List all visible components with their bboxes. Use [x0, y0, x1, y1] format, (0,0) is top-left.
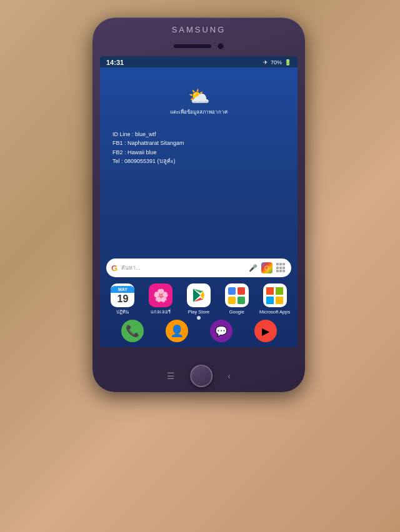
app-item-gallery[interactable]: 🌸 แกลเลอรี่: [144, 283, 177, 315]
app-row: MAY 19 ปฏิทิน 🌸 แกลเลอรี่: [100, 283, 298, 315]
search-placeholder: ค้นหา...: [121, 264, 245, 272]
back-button[interactable]: ‹: [228, 371, 231, 381]
phone-body: SAMSUNG 14:31 ✈ 70% 🔋 ⛅ แตะเ: [92, 17, 305, 392]
scene: SAMSUNG 14:31 ✈ 70% 🔋 ⛅ แตะเ: [0, 0, 400, 532]
app-item-calendar[interactable]: MAY 19 ปฏิทิน: [106, 283, 139, 315]
status-icons: ✈ 70% 🔋: [263, 59, 291, 66]
dock: 📞 👤 💬 ▶: [100, 317, 298, 345]
google-logo: G: [111, 264, 118, 273]
google-icon: [225, 283, 249, 307]
dock-phone-icon[interactable]: 📞: [121, 320, 144, 342]
gallery-icon: 🌸: [149, 283, 172, 307]
speaker-grille: [174, 44, 211, 48]
weather-widget[interactable]: ⛅ แตะเพื่อข้อมูลสภาพอากาศ: [170, 86, 228, 116]
battery-icon: 🔋: [284, 59, 291, 66]
apps-grid-icon[interactable]: [276, 263, 286, 273]
info-line-3: FB2 : Hawaii blue: [112, 148, 184, 157]
dock-contacts-icon[interactable]: 👤: [166, 320, 188, 342]
info-text-block: ID Line : blue_wtf FB1 : Naphattrarat Si…: [112, 130, 184, 166]
playstore-label: Play Store: [188, 309, 210, 315]
microsoft-label: Microsoft Apps: [259, 309, 290, 315]
front-camera: [218, 43, 224, 49]
phone-bottom-nav: ☰ ‹: [167, 365, 231, 387]
info-line-1: ID Line : blue_wtf: [112, 130, 184, 139]
microphone-icon[interactable]: 🎤: [249, 264, 258, 272]
recent-apps-button[interactable]: ☰: [167, 371, 175, 381]
calendar-month: MAY: [111, 286, 134, 293]
gallery-label: แกลเลอรี่: [151, 309, 171, 315]
info-line-2: FB1 : Naphattrarat Sitangam: [112, 139, 184, 147]
screen: 14:31 ✈ 70% 🔋 ⛅ แตะเพื่อข้อมูลสภาพอากาศ …: [100, 56, 298, 347]
weather-label: แตะเพื่อข้อมูลสภาพอากาศ: [170, 108, 228, 116]
dock-youtube-icon[interactable]: ▶: [254, 320, 277, 342]
microsoft-icon: [263, 283, 287, 307]
google-lens-icon[interactable]: ⬡: [261, 262, 272, 273]
info-line-4: Tel : 0809055391 (บลูค์ะ): [112, 157, 184, 165]
wallpaper: ⛅ แตะเพื่อข้อมูลสภาพอากาศ ID Line : blue…: [100, 67, 298, 347]
calendar-day: 19: [117, 293, 128, 305]
battery-percent: 70%: [271, 59, 282, 66]
home-button[interactable]: [190, 365, 212, 387]
calendar-icon: MAY 19: [111, 283, 134, 307]
brand-logo: SAMSUNG: [172, 25, 226, 34]
calendar-label: ปฏิทิน: [116, 309, 129, 315]
airplane-icon: ✈: [263, 59, 268, 66]
app-item-google[interactable]: Google: [221, 283, 253, 315]
app-item-microsoft[interactable]: Microsoft Apps: [259, 283, 291, 315]
playstore-icon: [187, 283, 211, 307]
weather-icon: ⛅: [170, 86, 228, 107]
dock-messages-icon[interactable]: 💬: [210, 320, 232, 342]
status-time: 14:31: [106, 59, 124, 66]
phone-top-bar: [92, 37, 305, 55]
status-bar: 14:31 ✈ 70% 🔋: [100, 56, 298, 67]
app-item-playstore[interactable]: Play Store: [182, 283, 215, 315]
google-label: Google: [229, 309, 244, 315]
google-search-bar[interactable]: G ค้นหา... 🎤 ⬡: [106, 259, 291, 277]
